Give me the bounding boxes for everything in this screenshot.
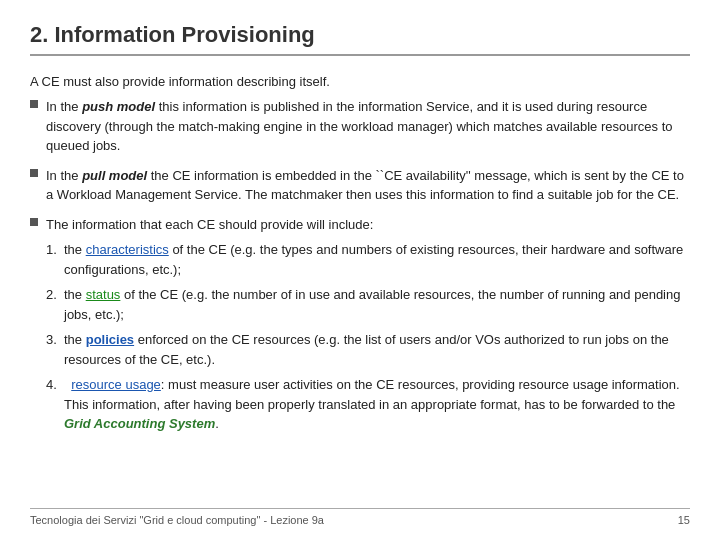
sub4-keyword2: Grid Accounting System xyxy=(64,416,215,431)
bullet-icon-2 xyxy=(30,169,38,177)
sub-text-2: the status of the CE (e.g. the number of… xyxy=(64,285,690,324)
sub-text-1: the characteristics of the CE (e.g. the … xyxy=(64,240,690,279)
bullet-text-2: In the pull model the CE information is … xyxy=(46,166,690,205)
sub-num-1: 1. xyxy=(46,240,64,260)
footer: Tecnologia dei Servizi "Grid e cloud com… xyxy=(30,508,690,526)
slide-title: 2. Information Provisioning xyxy=(30,22,690,56)
sub2-prefix: the xyxy=(64,287,86,302)
sub3-prefix: the xyxy=(64,332,86,347)
bullet-icon-1 xyxy=(30,100,38,108)
bullet-icon-3 xyxy=(30,218,38,226)
bullet-item-2: In the pull model the CE information is … xyxy=(30,166,690,205)
footer-right: 15 xyxy=(678,514,690,526)
sub-item-4: 4. resource usage: must measure user act… xyxy=(46,375,690,434)
sub-item-3: 3. the policies enforced on the CE resou… xyxy=(46,330,690,369)
intro-text: A CE must also provide information descr… xyxy=(30,74,690,89)
sub-num-2: 2. xyxy=(46,285,64,305)
bullet-item-3: The information that each CE should prov… xyxy=(30,215,690,440)
sub1-keyword: characteristics xyxy=(86,242,169,257)
sub-text-3: the policies enforced on the CE resource… xyxy=(64,330,690,369)
bullet2-keyword: pull model xyxy=(82,168,147,183)
sub3-keyword: policies xyxy=(86,332,134,347)
bullet3-text: The information that each CE should prov… xyxy=(46,217,373,232)
bullet-text-1: In the push model this information is pu… xyxy=(46,97,690,156)
bullet1-keyword: push model xyxy=(82,99,155,114)
sub-text-4: resource usage: must measure user activi… xyxy=(64,375,690,434)
footer-left: Tecnologia dei Servizi "Grid e cloud com… xyxy=(30,514,324,526)
bullet-list: In the push model this information is pu… xyxy=(30,97,690,440)
bullet2-prefix: In the xyxy=(46,168,82,183)
sub-item-2: 2. the status of the CE (e.g. the number… xyxy=(46,285,690,324)
bullet-item-1: In the push model this information is pu… xyxy=(30,97,690,156)
sub2-keyword: status xyxy=(86,287,121,302)
bullet-text-3: The information that each CE should prov… xyxy=(46,215,690,440)
sub4-keyword: resource usage xyxy=(71,377,161,392)
sub-item-1: 1. the characteristics of the CE (e.g. t… xyxy=(46,240,690,279)
sub1-prefix: the xyxy=(64,242,86,257)
sub3-suffix: enforced on the CE resources (e.g. the l… xyxy=(64,332,669,367)
sub-num-4: 4. xyxy=(46,375,64,395)
sub2-suffix: of the CE (e.g. the number of in use and… xyxy=(64,287,680,322)
sub4-suffix: . xyxy=(215,416,219,431)
slide-content: A CE must also provide information descr… xyxy=(30,64,690,508)
slide: 2. Information Provisioning A CE must al… xyxy=(0,0,720,540)
sub-list: 1. the characteristics of the CE (e.g. t… xyxy=(46,240,690,434)
bullet1-prefix: In the xyxy=(46,99,82,114)
sub-num-3: 3. xyxy=(46,330,64,350)
